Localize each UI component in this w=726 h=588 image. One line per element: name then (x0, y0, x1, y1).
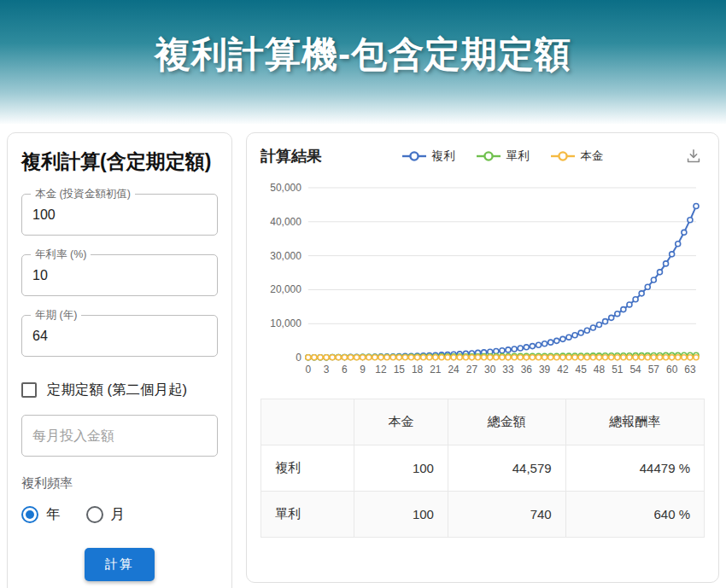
svg-text:9: 9 (360, 364, 366, 376)
radio-month-label: 月 (111, 505, 126, 524)
legend-marker-icon (476, 151, 501, 161)
results-card: 計算結果 複利單利本金 010,00020,00030,00040,00050,… (246, 132, 719, 583)
frequency-label: 複利頻率 (21, 475, 218, 492)
compound-principal: 100 (354, 445, 448, 492)
legend-item-0[interactable]: 複利 (401, 148, 455, 164)
table-header-row: 本金 總金額 總報酬率 (261, 399, 705, 445)
results-header: 計算結果 複利單利本金 (261, 145, 705, 167)
page-title: 複利計算機-包含定期定額 (155, 31, 571, 79)
legend-marker-icon (401, 151, 427, 161)
svg-text:18: 18 (412, 364, 424, 376)
table-row-compound: 複利 100 44,579 44479 % (261, 445, 705, 492)
svg-text:63: 63 (684, 364, 696, 376)
svg-text:24: 24 (448, 364, 460, 376)
svg-text:0: 0 (296, 352, 302, 364)
svg-text:21: 21 (430, 364, 442, 376)
svg-text:15: 15 (394, 364, 406, 376)
results-chart: 010,00020,00030,00040,00050,000036912151… (261, 176, 705, 385)
compound-total: 44,579 (448, 445, 565, 492)
svg-text:50,000: 50,000 (270, 182, 302, 194)
svg-text:60: 60 (666, 364, 678, 376)
monthly-amount-input[interactable] (22, 416, 217, 456)
monthly-amount-field (21, 415, 218, 457)
legend-item-2[interactable]: 本金 (550, 148, 604, 164)
svg-text:27: 27 (466, 364, 478, 376)
svg-text:48: 48 (594, 364, 606, 376)
main-content: 複利計算(含定期定額) 本金 (投資金額初值) 年利率 (%) 年期 (年) 定… (0, 124, 726, 588)
svg-text:0: 0 (305, 364, 311, 376)
table-row-simple: 單利 100 740 640 % (261, 492, 705, 538)
download-button[interactable] (682, 145, 705, 167)
svg-text:30,000: 30,000 (270, 250, 302, 262)
principal-field-label: 本金 (投資金額初值) (31, 187, 135, 201)
calculator-form-card: 複利計算(含定期定額) 本金 (投資金額初值) 年利率 (%) 年期 (年) 定… (7, 132, 232, 588)
simple-total: 740 (448, 492, 565, 538)
svg-text:33: 33 (502, 364, 514, 376)
svg-text:10,000: 10,000 (270, 317, 302, 329)
legend-label: 本金 (581, 148, 604, 164)
rate-field: 年利率 (%) (21, 254, 218, 296)
legend-item-1[interactable]: 單利 (476, 148, 530, 164)
results-table: 本金 總金額 總報酬率 複利 100 44,579 44479 % 單利 100… (261, 399, 705, 538)
svg-text:39: 39 (539, 364, 551, 376)
svg-text:30: 30 (484, 364, 496, 376)
radio-month[interactable]: 月 (86, 505, 126, 524)
simple-return-rate: 640 % (565, 492, 704, 538)
svg-text:40,000: 40,000 (270, 216, 302, 228)
simple-row-label: 單利 (261, 492, 354, 538)
col-principal: 本金 (354, 399, 448, 445)
legend-label: 複利 (432, 148, 455, 164)
svg-text:12: 12 (375, 364, 387, 376)
svg-text:51: 51 (612, 364, 624, 376)
col-total: 總金額 (448, 399, 565, 445)
svg-text:54: 54 (629, 364, 641, 376)
years-field-label: 年期 (年) (31, 308, 81, 323)
dca-checkbox-label: 定期定額 (第二個月起) (47, 381, 187, 399)
svg-text:6: 6 (342, 364, 348, 376)
download-icon (684, 147, 703, 166)
legend-label: 單利 (506, 148, 530, 164)
years-field: 年期 (年) (21, 315, 218, 357)
svg-text:57: 57 (648, 364, 660, 376)
page-header: 複利計算機-包含定期定額 (0, 0, 726, 124)
svg-text:42: 42 (557, 364, 569, 376)
dca-checkbox-row[interactable]: 定期定額 (第二個月起) (21, 381, 218, 399)
radio-year[interactable]: 年 (21, 505, 61, 524)
compound-return-rate: 44479 % (565, 445, 704, 492)
svg-text:36: 36 (521, 364, 533, 376)
results-title: 計算結果 (261, 146, 322, 166)
frequency-radio-group: 年 月 (21, 505, 218, 524)
chart-legend: 複利單利本金 (322, 148, 682, 164)
radio-month-circle[interactable] (86, 506, 103, 523)
rate-field-label: 年利率 (%) (31, 247, 91, 262)
col-row-name (261, 399, 354, 445)
form-title: 複利計算(含定期定額) (21, 148, 218, 175)
legend-marker-icon (550, 151, 576, 161)
calculate-button[interactable]: 計算 (85, 548, 155, 581)
radio-year-circle[interactable] (21, 506, 38, 523)
radio-year-label: 年 (46, 505, 61, 524)
col-return-rate: 總報酬率 (565, 399, 704, 445)
compound-row-label: 複利 (261, 445, 354, 492)
principal-field: 本金 (投資金額初值) (21, 194, 218, 236)
svg-text:45: 45 (576, 364, 588, 376)
svg-text:3: 3 (324, 364, 330, 376)
simple-principal: 100 (354, 492, 448, 538)
dca-checkbox[interactable] (21, 382, 37, 398)
svg-text:20,000: 20,000 (270, 283, 302, 295)
